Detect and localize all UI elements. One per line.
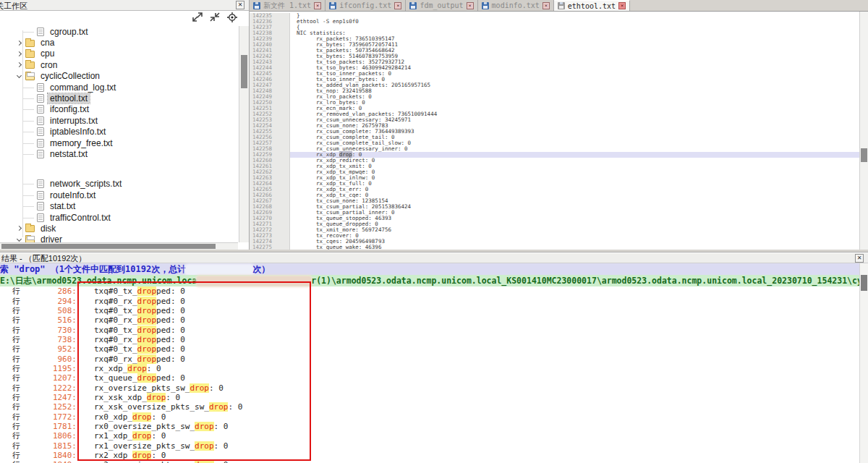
tree-item[interactable]: routeInfo.txt	[0, 190, 238, 200]
result-row[interactable]: 行1247:rx_xsk_xdp_drop: 0	[0, 393, 859, 402]
result-row[interactable]: 行516:rxq#0_rx_dropped: 0	[0, 315, 859, 325]
result-row[interactable]: 行738:rxq#0_rx_dropped: 0	[0, 335, 859, 344]
workspace-toolbar	[192, 12, 237, 24]
tree-item[interactable]: trafficControl.txt	[0, 212, 238, 223]
result-row[interactable]: 行1252:rx_xsk_oversize_pkts_sw_drop: 0	[0, 402, 859, 412]
tab-modinfo-txt[interactable]: modinfo.txt✕	[478, 0, 554, 11]
results-close-icon[interactable]: ✕	[855, 254, 864, 263]
folder-icon	[25, 51, 35, 58]
chevron-down-icon[interactable]	[17, 73, 22, 78]
result-row[interactable]: 行1222:rx_oversize_pkts_sw_drop: 0	[0, 383, 859, 392]
search-summary-line[interactable]: 索 "drop" （1个文件中匹配到10192次，总计次）	[0, 263, 859, 275]
tab-close-icon[interactable]: ✕	[394, 2, 401, 9]
result-row[interactable]: 行1781:rx0_oversize_pkts_sw_drop: 0	[0, 422, 859, 431]
tab-ethtool-txt[interactable]: ethtool.txt✕	[554, 0, 630, 11]
tree-item[interactable]: cgroup.txt	[0, 26, 238, 37]
result-file-path[interactable]: E:\日志\armod0523.odata.ncmp.unicom.locar(…	[0, 275, 859, 286]
result-line-text: rx_xsk_xdp_drop: 0	[94, 393, 180, 402]
result-row[interactable]: 行952:txq#0_tx_dropped: 0	[0, 344, 859, 354]
editor-vscroll-thumb[interactable]	[861, 148, 867, 162]
tree-item[interactable]: ifconfig.txt	[0, 104, 238, 115]
workspace-close-icon[interactable]: ✕	[236, 1, 244, 9]
tree-item[interactable]: cyclicCollection	[0, 71, 238, 82]
result-row[interactable]: 行286:txq#0_tx_dropped: 0	[0, 286, 859, 296]
tree-item[interactable]: stat.txt	[0, 200, 238, 211]
editor-vertical-scrollbar[interactable]	[859, 12, 868, 250]
result-line-text: rxq#0_rx_dropped: 0	[94, 297, 185, 306]
tab-close-icon[interactable]: ✕	[467, 2, 474, 9]
locate-target-icon[interactable]	[227, 12, 237, 24]
match-highlight: drop	[137, 373, 157, 383]
tree-item-label: interrupts.txt	[48, 116, 100, 126]
panel-splitter[interactable]	[0, 250, 868, 252]
chevron-right-icon[interactable]	[17, 226, 22, 231]
tree-item-label: routeInfo.txt	[48, 190, 98, 200]
result-line-text: rxq#0_rx_dropped: 0	[94, 315, 185, 325]
tree-item[interactable]: memory_free.txt	[0, 137, 238, 148]
folder-icon	[25, 61, 35, 69]
tree-item[interactable]: disk	[0, 223, 238, 234]
result-row[interactable]: 行1207:tx_queue_dropped: 0	[0, 373, 859, 383]
chevron-right-icon[interactable]	[17, 51, 22, 56]
tab-ifconfig-txt[interactable]: ifconfig.txt✕	[326, 0, 406, 11]
chevron-down-icon[interactable]	[17, 237, 22, 242]
result-row[interactable]: 行960:rxq#0_rx_dropped: 0	[0, 354, 859, 363]
tab-close-icon[interactable]: ✕	[542, 2, 550, 9]
result-row[interactable]: 行1849:rx2_oversize_pkts_sw_drop: 0	[0, 460, 859, 463]
tree-hscroll-thumb[interactable]	[1, 244, 216, 249]
tab--1-txt[interactable]: 新文件 1.txt✕	[250, 0, 326, 11]
result-line-text: txq#0_tx_dropped: 0	[94, 344, 185, 354]
chevron-right-icon[interactable]	[17, 41, 22, 46]
match-highlight: drop	[137, 297, 157, 306]
tree-vscroll-thumb[interactable]	[241, 55, 247, 88]
tab-label: modinfo.txt	[492, 1, 540, 9]
expand-arrows-icon[interactable]	[192, 12, 203, 24]
tree-item-label: cron	[38, 60, 59, 70]
tree-item[interactable]: netstat.txt	[0, 148, 238, 159]
redaction-box	[197, 276, 311, 286]
results-vscroll-thumb[interactable]	[861, 275, 867, 291]
tree-item[interactable]: ethtool.txt	[0, 93, 238, 103]
app-window: 关工作区 ✕ cgroup.txtcnacpucroncyclicCollect…	[0, 0, 868, 463]
results-header: 结果 - （匹配10192次） ✕	[0, 253, 868, 263]
tab-close-icon[interactable]: ✕	[314, 2, 321, 9]
result-row[interactable]: 行730:txq#0_tx_dropped: 0	[0, 325, 859, 334]
tab-fdm-output[interactable]: fdm_output✕	[406, 0, 477, 11]
tree-item[interactable]: cna	[0, 37, 238, 48]
match-highlight: drop	[147, 393, 166, 402]
editor-pane[interactable]: 142235}142236ethtool -S enp1s0f0142237{1…	[250, 12, 859, 250]
match-highlight: drop	[127, 364, 147, 373]
result-row[interactable]: 行294:rxq#0_rx_dropped: 0	[0, 296, 859, 305]
result-line-number: 1252:	[23, 402, 77, 412]
chevron-right-icon[interactable]	[17, 62, 22, 67]
tree-item-label: cpu	[38, 48, 56, 59]
result-row[interactable]: 行1772:rx0_xdp_drop: 0	[0, 412, 859, 421]
file-icon	[37, 139, 44, 148]
match-highlight: drop	[132, 451, 152, 460]
tree-item[interactable]: interrupts.txt	[0, 115, 238, 126]
result-row[interactable]: 行1806:rx1_xdp_drop: 0	[0, 431, 859, 441]
result-line-number: 286:	[23, 286, 77, 296]
result-row[interactable]: 行1195:rx_xdp_drop: 0	[0, 364, 859, 373]
tree-item[interactable]: iptablesInfo.txt	[0, 127, 238, 137]
result-row[interactable]: 行508:txq#0_tx_dropped: 0	[0, 306, 859, 315]
tree-item[interactable]: command_log.txt	[0, 82, 238, 93]
results-vertical-scrollbar[interactable]	[859, 263, 868, 463]
redaction-box	[186, 266, 252, 274]
result-row[interactable]: 行1815:rx1_oversize_pkts_sw_drop: 0	[0, 441, 859, 451]
tree-vertical-scrollbar[interactable]	[239, 26, 249, 242]
collapse-arrows-icon[interactable]	[210, 12, 220, 24]
tab-label: fdm_output	[420, 1, 463, 9]
tab-close-icon[interactable]: ✕	[618, 2, 626, 9]
result-line-number: 294:	[23, 297, 77, 306]
tree-item-label: cgroup.txt	[48, 27, 90, 37]
editor-line: 142275 tx_queue_wake: 46396	[250, 245, 859, 250]
result-row[interactable]: 行1840:rx2_xdp_drop: 0	[0, 451, 859, 460]
tree-item[interactable]: cpu	[0, 48, 238, 59]
tree-item[interactable]: network_scripts.txt	[0, 179, 238, 190]
tree-horizontal-scrollbar[interactable]	[0, 242, 238, 250]
tree-item[interactable]: driver	[0, 234, 238, 242]
search-summary-pre: 索 "drop" （1个文件中匹配到10192次，总计	[0, 264, 186, 274]
tree-item[interactable]: cron	[0, 59, 238, 70]
tree-item-label: cna	[38, 38, 56, 48]
